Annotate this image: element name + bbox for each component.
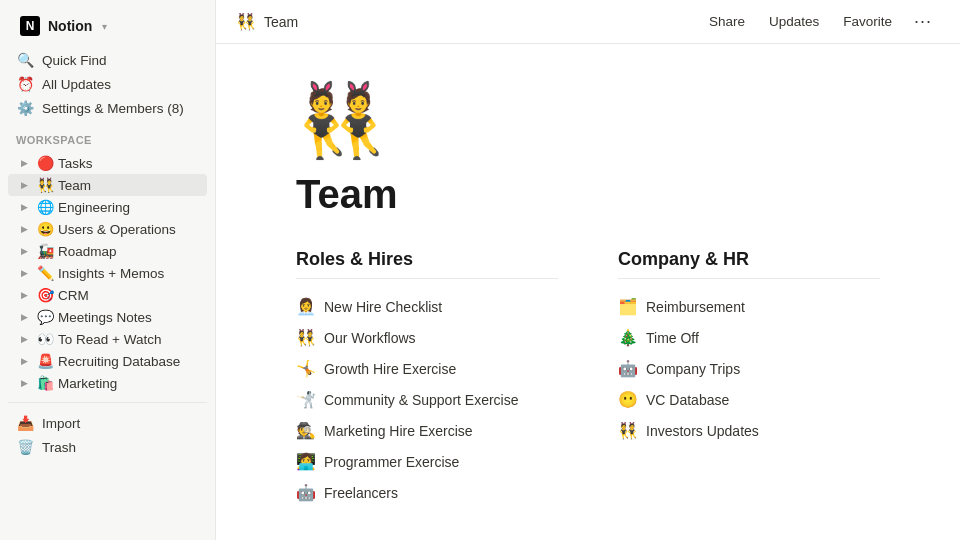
favorite-button[interactable]: Favorite [833,10,902,33]
nav-all-updates-label: All Updates [42,77,199,92]
sidebar-item-insights[interactable]: ▶ ✏️ Insights + Memos [8,262,207,284]
topbar: 👯 Team Share Updates Favorite ··· [216,0,960,44]
item-label: Freelancers [324,485,398,501]
company-hr-title: Company & HR [618,249,880,279]
sidebar-item-marketing[interactable]: ▶ 🛍️ Marketing [8,372,207,394]
list-item[interactable]: 😶 VC Database [618,384,880,415]
topbar-page-name: Team [264,14,298,30]
to-read-emoji: 👀 [36,331,54,347]
users-ops-emoji: 😀 [36,221,54,237]
sidebar-item-to-read[interactable]: ▶ 👀 To Read + Watch [8,328,207,350]
engineering-emoji: 🌐 [36,199,54,215]
tasks-label: Tasks [58,156,199,171]
item-emoji: 👯 [618,421,638,440]
item-emoji: 🤺 [296,390,316,409]
list-item[interactable]: 👩‍💼 New Hire Checklist [296,291,558,322]
sidebar-item-team[interactable]: ▶ 👯 Team [8,174,207,196]
item-emoji: 🎄 [618,328,638,347]
roadmap-emoji: 🚂 [36,243,54,259]
sidebar-item-users-ops[interactable]: ▶ 😀 Users & Operations [8,218,207,240]
roles-hires-list: 👩‍💼 New Hire Checklist 👯 Our Workflows 🤸… [296,291,558,508]
sidebar-bottom-nav: 📥 Import 🗑️ Trash [0,409,215,461]
meetings-label: Meetings Notes [58,310,199,325]
crm-emoji: 🎯 [36,287,54,303]
item-label: Marketing Hire Exercise [324,423,473,439]
company-hr-list: 🗂️ Reimbursement 🎄 Time Off 🤖 Company Tr… [618,291,880,446]
list-item[interactable]: 🕵️ Marketing Hire Exercise [296,415,558,446]
clock-icon: ⏰ [16,76,34,92]
sidebar-item-meetings[interactable]: ▶ 💬 Meetings Notes [8,306,207,328]
toggle-icon: ▶ [16,199,32,215]
company-hr-section: Company & HR 🗂️ Reimbursement 🎄 Time Off… [618,249,880,508]
to-read-label: To Read + Watch [58,332,199,347]
insights-emoji: ✏️ [36,265,54,281]
toggle-icon: ▶ [16,331,32,347]
item-emoji: 🗂️ [618,297,638,316]
item-label: VC Database [646,392,729,408]
nav-settings-label: Settings & Members (8) [42,101,199,116]
recruiting-emoji: 🚨 [36,353,54,369]
toggle-icon: ▶ [16,287,32,303]
topbar-title: 👯 Team [236,12,699,31]
list-item[interactable]: 👯 Our Workflows [296,322,558,353]
sidebar-item-trash[interactable]: 🗑️ Trash [8,435,207,459]
sidebar-item-all-updates[interactable]: ⏰ All Updates [8,72,207,96]
item-emoji: 👩‍💻 [296,452,316,471]
toggle-icon: ▶ [16,353,32,369]
list-item[interactable]: 🤖 Freelancers [296,477,558,508]
engineering-label: Engineering [58,200,199,215]
toggle-icon: ▶ [16,221,32,237]
item-label: Our Workflows [324,330,416,346]
sidebar-item-recruiting[interactable]: ▶ 🚨 Recruiting Database [8,350,207,372]
workspace-section-label: WORKSPACE [0,122,215,150]
item-label: Community & Support Exercise [324,392,519,408]
sidebar-divider [8,402,207,403]
toggle-icon: ▶ [16,243,32,259]
share-button[interactable]: Share [699,10,755,33]
workspace-name: Notion [48,18,92,34]
more-options-button[interactable]: ··· [906,7,940,36]
topbar-emoji: 👯 [236,12,256,31]
list-item[interactable]: 🎄 Time Off [618,322,880,353]
notion-logo: N [20,16,40,36]
item-emoji: 🤖 [618,359,638,378]
sidebar-item-import[interactable]: 📥 Import [8,411,207,435]
list-item[interactable]: 🤸 Growth Hire Exercise [296,353,558,384]
list-item[interactable]: 👩‍💻 Programmer Exercise [296,446,558,477]
list-item[interactable]: 🗂️ Reimbursement [618,291,880,322]
main-content: 👯 Team Share Updates Favorite ··· 👯 Team… [216,0,960,540]
list-item[interactable]: 🤺 Community & Support Exercise [296,384,558,415]
sidebar-tree: ▶ 🔴 Tasks ▶ 👯 Team ▶ 🌐 Engineering ▶ 😀 U… [0,150,215,396]
sidebar-item-crm[interactable]: ▶ 🎯 CRM [8,284,207,306]
search-icon: 🔍 [16,52,34,68]
list-item[interactable]: 🤖 Company Trips [618,353,880,384]
workspace-brand[interactable]: N Notion ▾ [12,10,203,42]
toggle-icon: ▶ [16,177,32,193]
users-ops-label: Users & Operations [58,222,199,237]
sections-row: Roles & Hires 👩‍💼 New Hire Checklist 👯 O… [296,249,880,508]
import-label: Import [42,416,199,431]
sidebar-item-quick-find[interactable]: 🔍 Quick Find [8,48,207,72]
recruiting-label: Recruiting Database [58,354,199,369]
topbar-actions: Share Updates Favorite ··· [699,7,940,36]
sidebar-item-tasks[interactable]: ▶ 🔴 Tasks [8,152,207,174]
toggle-icon: ▶ [16,265,32,281]
toggle-icon: ▶ [16,155,32,171]
sidebar-item-engineering[interactable]: ▶ 🌐 Engineering [8,196,207,218]
meetings-emoji: 💬 [36,309,54,325]
crm-label: CRM [58,288,199,303]
item-label: New Hire Checklist [324,299,442,315]
trash-label: Trash [42,440,199,455]
item-label: Programmer Exercise [324,454,459,470]
team-emoji: 👯 [36,177,54,193]
roles-hires-section: Roles & Hires 👩‍💼 New Hire Checklist 👯 O… [296,249,558,508]
sidebar-item-roadmap[interactable]: ▶ 🚂 Roadmap [8,240,207,262]
list-item[interactable]: 👯 Investors Updates [618,415,880,446]
insights-label: Insights + Memos [58,266,199,281]
trash-icon: 🗑️ [16,439,34,455]
sidebar-item-settings[interactable]: ⚙️ Settings & Members (8) [8,96,207,120]
item-label: Investors Updates [646,423,759,439]
item-emoji: 🕵️ [296,421,316,440]
item-emoji: 🤖 [296,483,316,502]
updates-button[interactable]: Updates [759,10,829,33]
